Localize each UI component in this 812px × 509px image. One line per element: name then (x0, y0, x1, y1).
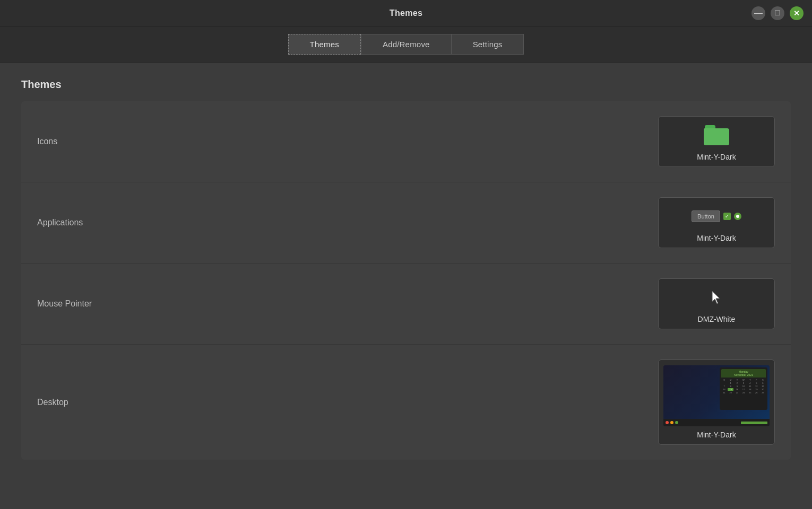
cal-day: F (754, 379, 759, 381)
cal-day: 7 (721, 385, 727, 388)
tab-settings[interactable]: Settings (452, 34, 524, 55)
cal-day: 18 (747, 388, 753, 391)
cal-day: 3 (740, 382, 746, 384)
applications-row: Applications Button ✓ Mint-Y-Dark (21, 182, 791, 264)
taskbar-dot-green (675, 421, 678, 424)
content-area: Themes Icons Mint-Y-Dark Applicatio (0, 63, 812, 509)
cal-day: S (721, 379, 727, 381)
cal-day: 27 (760, 391, 766, 394)
cal-day: 11 (747, 385, 753, 388)
cal-day: 20 (760, 388, 766, 391)
applications-theme-name: Mint-Y-Dark (697, 234, 736, 242)
cal-day: 4 (747, 382, 753, 384)
app-preview-widgets: Button ✓ (692, 206, 741, 226)
cursor-icon (709, 290, 724, 305)
desktop-row: Desktop MondayNovember 2021 S M T (21, 345, 791, 460)
cal-day: 23 (734, 391, 740, 394)
cal-day: 1 (728, 382, 733, 384)
cal-day: 25 (747, 391, 753, 394)
cal-day: 14 (721, 388, 727, 391)
close-button[interactable]: ✕ (790, 6, 804, 20)
cal-day: 12 (754, 385, 759, 388)
taskbar-dot-yellow (670, 421, 673, 424)
cal-day: 6 (760, 382, 766, 384)
cal-day: S (760, 379, 766, 381)
mouse-pointer-row: Mouse Pointer DMZ-White (21, 264, 791, 345)
cal-day: 10 (740, 385, 746, 388)
cal-day: 16 (734, 388, 740, 391)
cal-day: 9 (734, 385, 740, 388)
folder-body (704, 128, 729, 145)
icons-row: Icons Mint-Y-Dark (21, 101, 791, 182)
tab-themes[interactable]: Themes (288, 34, 361, 55)
icons-theme-name: Mint-Y-Dark (697, 153, 736, 161)
cal-day: 21 (721, 391, 727, 394)
calendar-days: S M T W T F S 1 2 3 (721, 379, 766, 394)
maximize-button[interactable]: ☐ (771, 6, 784, 20)
tab-add-remove[interactable]: Add/Remove (361, 34, 452, 55)
desktop-taskbar (663, 419, 770, 426)
cal-day: 26 (754, 391, 759, 394)
mouse-pointer-label: Mouse Pointer (37, 299, 658, 309)
cal-day: 2 (734, 382, 740, 384)
applications-preview-button[interactable]: Button ✓ Mint-Y-Dark (658, 197, 775, 248)
mouse-pointer-theme-name: DMZ-White (698, 315, 736, 323)
folder-icon (704, 125, 729, 145)
window-title: Themes (390, 8, 422, 18)
cal-day: W (740, 379, 746, 381)
cal-day: T (734, 379, 740, 381)
cal-day: M (728, 379, 733, 381)
cal-day: T (747, 379, 753, 381)
desktop-preview-button[interactable]: MondayNovember 2021 S M T W T F S (658, 359, 775, 445)
cal-day: 19 (754, 388, 759, 391)
desktop-label: Desktop (37, 398, 658, 407)
cal-day-today: 15 (728, 388, 733, 391)
desktop-background: MondayNovember 2021 S M T W T F S (663, 365, 770, 426)
themes-panel: Icons Mint-Y-Dark Applications (21, 101, 791, 460)
cal-day (721, 382, 727, 384)
section-title: Themes (21, 78, 791, 91)
icons-preview-button[interactable]: Mint-Y-Dark (658, 116, 775, 167)
desktop-theme-name: Mint-Y-Dark (697, 431, 736, 439)
calendar-header: MondayNovember 2021 (721, 369, 766, 378)
titlebar: Themes — ☐ ✕ (0, 0, 812, 27)
desktop-preview-container: MondayNovember 2021 S M T W T F S (663, 365, 770, 426)
cal-day: 24 (740, 391, 746, 394)
window-controls: — ☐ ✕ (751, 6, 804, 20)
applications-preview-icon-area: Button ✓ (664, 203, 769, 230)
cal-day: 5 (754, 382, 759, 384)
tab-bar: Themes Add/Remove Settings (0, 27, 812, 63)
minimize-button[interactable]: — (751, 6, 765, 20)
app-button-sample: Button (692, 210, 720, 222)
applications-label: Applications (37, 218, 658, 227)
app-radio-inner (736, 215, 739, 218)
taskbar-accent (741, 422, 767, 424)
cal-day: 17 (740, 388, 746, 391)
app-checkbox-sample: ✓ (723, 213, 731, 220)
cal-day: 13 (760, 385, 766, 388)
cal-day: 8 (728, 385, 733, 388)
cal-day: 22 (728, 391, 733, 394)
app-radio-sample (734, 213, 741, 220)
mouse-pointer-preview-button[interactable]: DMZ-White (658, 278, 775, 329)
mouse-pointer-preview-icon-area (664, 284, 769, 311)
desktop-calendar-widget: MondayNovember 2021 S M T W T F S (720, 367, 767, 410)
app-window: Themes — ☐ ✕ Themes Add/Remove Settings … (0, 0, 812, 509)
icons-preview-icon-area (664, 122, 769, 148)
taskbar-dot-red (666, 421, 669, 424)
icons-label: Icons (37, 137, 658, 146)
